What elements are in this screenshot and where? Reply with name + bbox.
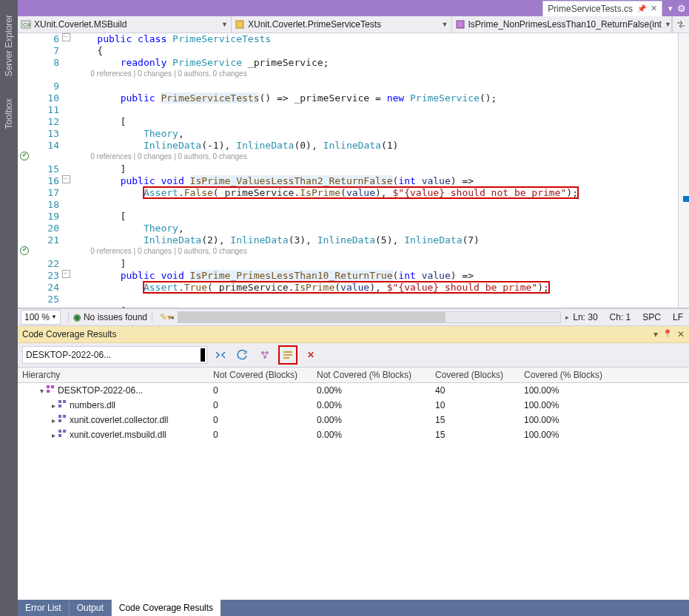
module-icon bbox=[58, 429, 67, 438]
line-number: 22 bbox=[31, 258, 61, 270]
code-line[interactable]: 25 bbox=[18, 294, 678, 305]
code-line[interactable]: 11 bbox=[18, 104, 678, 116]
line-endings[interactable]: LF bbox=[667, 312, 689, 322]
scroll-left-icon[interactable]: ◂ bbox=[167, 312, 177, 322]
settings-gear-icon[interactable]: ⚙ bbox=[677, 3, 686, 14]
nav-project-dropdown[interactable]: C# XUnit.Coverlet.MSBuild ▼ bbox=[18, 16, 232, 33]
coverage-panel-title: Code Coverage Results bbox=[22, 329, 116, 339]
code-line[interactable]: 16− public void IsPrime_ValuesLessThan2_… bbox=[18, 175, 678, 187]
coverage-row[interactable]: ▸numbers.dll00.00%10100.00% bbox=[18, 398, 689, 413]
indent-mode[interactable]: SPC bbox=[636, 312, 667, 322]
tab-overflow-chevron-icon[interactable]: ▾ bbox=[668, 4, 673, 13]
fold-toggle-icon[interactable]: − bbox=[62, 33, 70, 41]
tree-toggle-icon[interactable]: ▾ bbox=[37, 387, 46, 395]
fold-toggle-icon[interactable]: − bbox=[62, 175, 70, 183]
code-line[interactable]: 15 ] bbox=[18, 163, 678, 175]
line-number: 20 bbox=[31, 223, 61, 234]
dropdown-chevron-icon: ▼ bbox=[665, 21, 671, 28]
coverage-panel-titlebar[interactable]: Code Coverage Results ▾ 📍 ✕ bbox=[18, 326, 689, 343]
codelens-row[interactable]: ✔ 0 references | 0 changes | 0 authors, … bbox=[18, 152, 678, 163]
pin-icon[interactable]: 📍 bbox=[662, 329, 673, 339]
col-hierarchy[interactable]: Hierarchy bbox=[18, 370, 213, 380]
bottom-tab[interactable]: Output bbox=[70, 600, 112, 616]
nav-class-dropdown[interactable]: XUnit.Coverlet.PrimeServiceTests ▼ bbox=[232, 16, 452, 33]
red-x-icon: ✕ bbox=[307, 350, 315, 360]
code-line[interactable]: 23− public void IsPrime_PrimesLessThan10… bbox=[18, 270, 678, 282]
remove-button[interactable]: ✕ bbox=[302, 346, 320, 364]
coverage-row[interactable]: ▸xunit.coverlet.collector.dll00.00%15100… bbox=[18, 413, 689, 427]
code-navigation-bar: C# XUnit.Coverlet.MSBuild ▼ XUnit.Coverl… bbox=[18, 16, 689, 33]
cell-covered-blocks: 10 bbox=[435, 400, 524, 410]
col-not-covered-percent[interactable]: Not Covered (% Blocks) bbox=[317, 370, 435, 380]
show-code-coverage-coloring-button[interactable] bbox=[278, 345, 298, 365]
line-number: 19 bbox=[31, 211, 61, 223]
line-number: 14 bbox=[31, 140, 61, 152]
nav-member-dropdown[interactable]: IsPrime_NonPrimesLessThan10_ReturnFalse(… bbox=[452, 16, 673, 33]
code-line[interactable]: 19 [ bbox=[18, 211, 678, 223]
editor-horizontal-scrollbar[interactable]: ◂ ▸ bbox=[178, 311, 561, 323]
window-options-chevron-icon[interactable]: ▾ bbox=[653, 329, 658, 339]
code-line[interactable]: 6− public class PrimeServiceTests bbox=[18, 33, 678, 45]
line-number: 15 bbox=[31, 163, 61, 175]
fold-toggle-icon[interactable]: − bbox=[62, 270, 70, 278]
line-number: 11 bbox=[31, 104, 61, 116]
code-line[interactable]: 21 InlineData(2), InlineData(3), InlineD… bbox=[18, 234, 678, 246]
codelens-row[interactable]: ✔ 0 references | 0 changes | 0 authors, … bbox=[18, 246, 678, 258]
code-line[interactable]: 8 readonly PrimeService _primeService; bbox=[18, 57, 678, 69]
svg-rect-14 bbox=[63, 400, 66, 403]
issues-status[interactable]: ◉ No issues found bbox=[73, 312, 147, 322]
coverage-row[interactable]: ▸xunit.coverlet.msbuild.dll00.00%15100.0… bbox=[18, 427, 689, 442]
col-covered-percent[interactable]: Covered (% Blocks) bbox=[524, 370, 689, 380]
bottom-tab[interactable]: Error List bbox=[18, 600, 70, 616]
tree-toggle-icon[interactable]: ▸ bbox=[49, 402, 58, 410]
cell-not-covered-percent: 0.00% bbox=[317, 430, 435, 440]
document-tab-active[interactable]: PrimeServiceTests.cs 📌 ✕ bbox=[542, 1, 662, 16]
code-line[interactable]: 9 bbox=[18, 81, 678, 92]
module-icon bbox=[58, 399, 67, 408]
col-not-covered-blocks[interactable]: Not Covered (Blocks) bbox=[213, 370, 317, 380]
toolbox-tab[interactable]: Toolbox bbox=[4, 98, 14, 129]
vertical-tool-rail: Server Explorer Toolbox bbox=[0, 0, 18, 616]
code-line[interactable]: 24 Assert.True(_primeService.IsPrime(val… bbox=[18, 282, 678, 294]
code-line[interactable]: 14 InlineData(-1), InlineData(0), Inline… bbox=[18, 140, 678, 152]
coverage-row[interactable]: ▾DESKTOP-2022-06...00.00%40100.00% bbox=[18, 383, 689, 398]
editor-vertical-scrollbar[interactable] bbox=[678, 33, 689, 308]
pin-icon[interactable]: 📌 bbox=[637, 4, 646, 13]
svg-text:C#: C# bbox=[23, 21, 31, 28]
tree-toggle-icon[interactable]: ▸ bbox=[49, 416, 58, 424]
swap-panes-button[interactable] bbox=[672, 16, 689, 33]
coverage-table-header[interactable]: Hierarchy Not Covered (Blocks) Not Cover… bbox=[18, 368, 689, 383]
coverage-results-dropdown[interactable]: DESKTOP-2022-06... bbox=[22, 346, 207, 364]
code-line[interactable]: 13 Theory, bbox=[18, 128, 678, 140]
cell-covered-blocks: 15 bbox=[435, 430, 524, 440]
code-line[interactable]: 18 bbox=[18, 199, 678, 211]
merge-results-button[interactable] bbox=[212, 346, 229, 364]
document-tab-title: PrimeServiceTests.cs bbox=[548, 4, 633, 14]
coverage-hierarchy-table: Hierarchy Not Covered (Blocks) Not Cover… bbox=[18, 367, 689, 600]
svg-rect-16 bbox=[58, 415, 61, 418]
tree-toggle-icon[interactable]: ▸ bbox=[49, 431, 58, 439]
codelens-row[interactable]: 0 references | 0 changes | 0 authors, 0 … bbox=[18, 69, 678, 81]
col-covered-blocks[interactable]: Covered (Blocks) bbox=[435, 370, 524, 380]
nav-member-label: IsPrime_NonPrimesLessThan10_ReturnFalse(… bbox=[468, 19, 662, 30]
code-line[interactable]: 26 [ bbox=[18, 305, 678, 308]
refresh-button[interactable] bbox=[234, 346, 252, 364]
code-line[interactable]: 10 public PrimeServiceTests() => _primeS… bbox=[18, 92, 678, 104]
code-editor[interactable]: 6− public class PrimeServiceTests7 {8 re… bbox=[18, 33, 678, 308]
code-line[interactable]: 20 Theory, bbox=[18, 223, 678, 234]
code-line[interactable]: 17 Assert.False(_primeService.IsPrime(va… bbox=[18, 187, 678, 199]
scroll-right-icon[interactable]: ▸ bbox=[562, 312, 572, 322]
coverage-row-name: DESKTOP-2022-06... bbox=[58, 385, 143, 396]
code-line[interactable]: 12 [ bbox=[18, 116, 678, 128]
zoom-dropdown[interactable]: 100 % ▼ bbox=[21, 310, 61, 325]
csharp-project-icon: C# bbox=[21, 19, 31, 30]
code-line[interactable]: 7 { bbox=[18, 45, 678, 57]
svg-rect-2 bbox=[236, 21, 243, 28]
code-line[interactable]: 22 ] bbox=[18, 258, 678, 270]
bottom-tab[interactable]: Code Coverage Results bbox=[112, 600, 221, 616]
server-explorer-tab[interactable]: Server Explorer bbox=[4, 15, 14, 76]
close-icon[interactable]: ✕ bbox=[677, 329, 685, 339]
close-icon[interactable]: ✕ bbox=[651, 4, 657, 13]
export-results-button[interactable] bbox=[256, 346, 274, 364]
svg-rect-10 bbox=[47, 385, 50, 388]
